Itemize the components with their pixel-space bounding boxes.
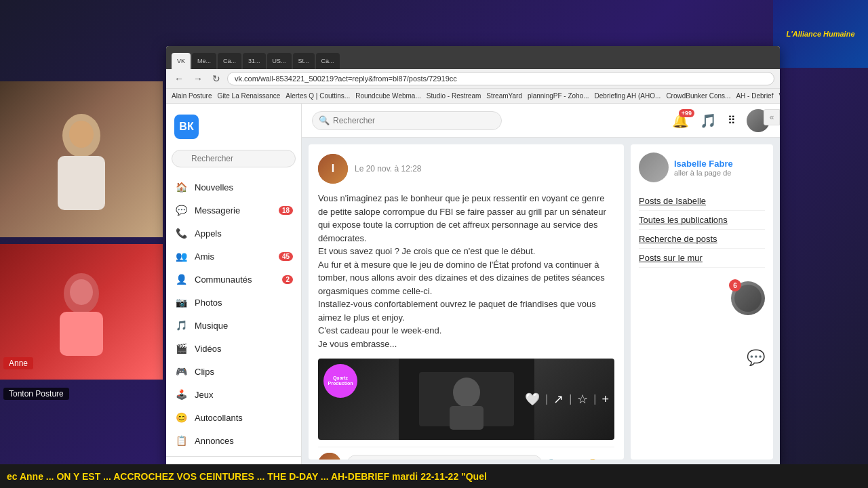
browser-tab-31[interactable]: 31... [243,53,266,69]
right-nav-link[interactable]: Posts de Isabelle [639,192,765,211]
vk-content: ВК 🔍 🏠Nouvelles💬Messagerie18📞Appels👥Amis… [166,104,780,466]
attachment-icon[interactable]: 📎 [548,458,561,460]
browser-tab-st[interactable]: St... [293,53,315,69]
sidebar-item-photos[interactable]: 📷Photos [166,291,301,314]
sidebar-label-annonces: Annonces [195,436,234,446]
right-nav-link[interactable]: Toutes les publications [639,211,765,230]
right-profile-avatar[interactable] [639,152,669,182]
bookmark-item[interactable]: Alain Posture [172,92,212,100]
bookmark-item[interactable]: Roundcube Webma... [355,92,421,100]
browser-tab-ca[interactable]: Ca... [316,53,340,69]
comment-input[interactable] [347,455,542,460]
svg-point-5 [70,279,93,305]
communautes-icon: 👤 [174,272,188,286]
send-comment-button[interactable]: ▶ [605,457,614,460]
sidebar-item-communautes[interactable]: 👤Communautés2 [166,268,301,291]
video-thumbnail [399,359,534,440]
right-nav-link[interactable]: Recherche de posts [639,230,765,249]
sidebar-label-messagerie: Messagerie [195,205,240,216]
sidebar-item-videos[interactable]: 🎬Vidéos [166,337,301,360]
appels-icon: 📞 [174,226,188,240]
like-button[interactable]: 🤍 [525,392,540,407]
right-profile-info: Isabelle Fabre aller à la page de [674,159,733,177]
post-time: Le 20 nov. à 12:28 [355,164,614,174]
vk-right-sidebar: « Isabelle Fabre aller à la page de Post… [631,144,773,460]
clips-icon: 🎮 [174,365,188,378]
sidebar-item-amis[interactable]: 👥Amis45 [166,245,301,268]
forward-button[interactable]: → [191,72,205,85]
post-feed: I Le 20 nov. à 12:28 Vous n'imaginez pas… [309,144,624,460]
chat-icon[interactable]: 💬 [747,349,765,366]
search-input[interactable] [172,150,296,167]
bookmark-button[interactable]: ☆ [577,392,588,407]
autocollants-icon: 😊 [174,411,188,424]
right-nav-link[interactable]: Posts sur le mur [639,249,765,268]
sidebar-label-clips: Clips [195,367,214,377]
bookmark-item[interactable]: CrowdBunker Cons... [666,92,730,100]
vk-main-header: 🔍 🔔 +99 🎵 ⠿ [302,104,780,138]
float-notification-button[interactable]: 6 [731,281,765,315]
bookmark-item[interactable]: StreamYard [486,92,522,100]
browser-tab-vk[interactable]: VK [172,53,191,69]
sidebar-item-messagerie[interactable]: 💬Messagerie18 [166,199,301,222]
vk-sidebar: ВК 🔍 🏠Nouvelles💬Messagerie18📞Appels👥Amis… [166,104,302,466]
refresh-button[interactable]: ↻ [210,72,223,85]
vk-logo-icon[interactable]: ВК [174,115,199,139]
photos-icon: 📷 [174,296,188,309]
svg-rect-9 [450,406,484,430]
video-panel-tonton-posture [0,81,163,237]
emoji-icon[interactable]: 😊 [586,458,599,460]
bookmark-item[interactable]: Debriefing AH (AHO... [595,92,661,100]
sidebar-label-appels: Appels [195,228,222,239]
svg-rect-4 [60,312,103,356]
bookmark-item[interactable]: Alertes Q | Couttins... [285,92,350,100]
right-profile-name[interactable]: Isabelle Fabre [674,159,733,169]
browser-tabs-bar: VKMe...Ca...31...US...St...Ca... [172,50,774,69]
sidebar-label-musique: Musique [195,321,228,331]
sidebar-item-musique[interactable]: 🎵Musique [166,314,301,337]
post-author-avatar[interactable]: I [318,154,348,184]
svg-point-8 [453,378,480,407]
url-bar[interactable] [227,72,774,85]
comment-area: 📎 📷 😊 ▶ [318,447,614,460]
nav-items-container: 🏠Nouvelles💬Messagerie18📞Appels👥Amis45👤Co… [166,176,301,466]
browser-tab-us[interactable]: US... [267,53,292,69]
comment-action-icons: 📎 📷 😊 [548,458,599,460]
bookmark-item[interactable]: Studio - Restream [427,92,481,100]
more-button[interactable]: + [601,392,609,407]
sidebar-item-clips[interactable]: 🎮Clips [166,360,301,383]
sidebar-item-appels[interactable]: 📞Appels [166,222,301,245]
bookmark-item[interactable]: AH - Debrief [736,92,773,100]
share-button[interactable]: ↗ [553,392,564,407]
person-silhouette-2 [47,268,115,356]
video-badge: Quartz Production [323,364,357,398]
sidebar-item-annonces[interactable]: 📋Annonces [166,429,301,452]
browser-tab-ca[interactable]: Ca... [218,53,241,69]
browser-toolbar: ← → ↻ [166,69,780,89]
bookmark-item[interactable]: planningPF - Zoho... [528,92,589,100]
video-embed[interactable]: Quartz Production 🤍 | ↗ | ☆ | + [318,359,614,440]
bookmark-item[interactable]: VK APosture [778,92,780,100]
float-badge: 6 [729,279,741,291]
camera-icon[interactable]: 📷 [567,458,580,460]
header-search-input[interactable] [312,111,502,130]
amis-icon: 👥 [174,249,188,263]
browser-window: VKMe...Ca...31...US...St...Ca... ← → ↻ A… [166,46,780,466]
sidebar-item-autocollants[interactable]: 😊Autocollants [166,406,301,429]
svg-rect-1 [58,156,105,210]
commenter-avatar [318,453,341,460]
sidebar-item-nouvelles[interactable]: 🏠Nouvelles [166,176,301,199]
grid-button[interactable]: ⠿ [728,114,736,127]
music-button[interactable]: 🎵 [700,113,717,129]
notifications-button[interactable]: 🔔 +99 [672,113,689,129]
logo-text: L'Alliance Humaine [786,29,854,39]
bookmark-item[interactable]: Gite La Renaissance [217,92,280,100]
post-text: Vous n'imaginez pas le bonheur que je pe… [318,192,614,350]
sidebar-label-nouvelles: Nouvelles [195,182,233,192]
back-button[interactable]: ← [172,72,186,85]
sidebar-item-jeux[interactable]: 🕹️Jeux [166,383,301,406]
browser-tab-me[interactable]: Me... [192,53,216,69]
right-profile-sub: aller à la page de [674,169,733,177]
post-header: I Le 20 nov. à 12:28 [318,154,614,184]
vk-main-wrapper: 🔍 🔔 +99 🎵 ⠿ [302,104,780,466]
